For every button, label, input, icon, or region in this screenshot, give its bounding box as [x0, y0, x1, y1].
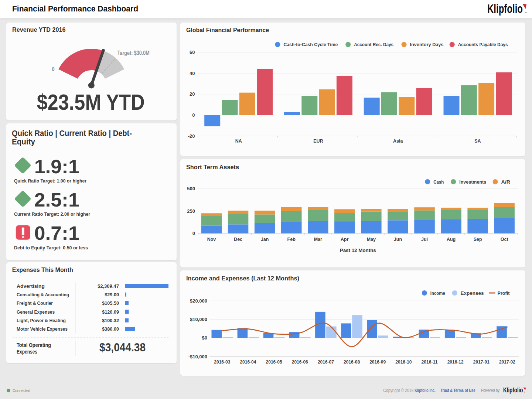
svg-text:Klipfolio: Klipfolio [503, 386, 523, 394]
svg-text:Apr: Apr [341, 236, 349, 242]
svg-text:2017-01: 2017-01 [473, 359, 490, 365]
svg-text:Global Financial Performance: Global Financial Performance [186, 27, 269, 33]
svg-text:Jan: Jan [261, 236, 269, 242]
svg-text:$120.09: $120.09 [102, 309, 119, 315]
svg-text:Current Ratio Target: 2.00 or: Current Ratio Target: 2.00 or higher [14, 211, 91, 217]
svg-text:Cash: Cash [433, 179, 444, 184]
svg-text:2016-04: 2016-04 [240, 359, 256, 365]
svg-text:Short Term Assets: Short Term Assets [186, 164, 239, 170]
svg-text:250: 250 [187, 208, 195, 214]
svg-text:EUR: EUR [313, 139, 323, 144]
svg-text:2016-08: 2016-08 [344, 359, 360, 365]
svg-text:0: 0 [192, 231, 195, 236]
svg-text:Financial Performance Dashboar: Financial Performance Dashboard [12, 4, 138, 13]
svg-text:Expenses: Expenses [17, 349, 37, 355]
svg-text:2016-09: 2016-09 [369, 359, 386, 365]
svg-text:2016-10: 2016-10 [395, 359, 412, 365]
svg-text:Accounts Payable Days: Accounts Payable Days [458, 42, 508, 47]
svg-text:Trust & Terms of Use: Trust & Terms of Use [441, 388, 475, 393]
svg-text:Nov: Nov [207, 236, 216, 242]
svg-text:Investments: Investments [459, 179, 486, 184]
svg-text:Feb: Feb [287, 236, 296, 242]
svg-text:2016-12: 2016-12 [447, 359, 464, 365]
svg-text:Profit: Profit [498, 290, 510, 296]
svg-text:0: 0 [52, 66, 55, 72]
svg-text:Quick Ratio Target: 1.00 or hi: Quick Ratio Target: 1.00 or higher [14, 178, 87, 183]
svg-text:Aug: Aug [447, 236, 456, 242]
svg-text:Sep: Sep [474, 236, 482, 242]
svg-text:500: 500 [187, 186, 195, 191]
svg-text:Jul: Jul [421, 236, 428, 242]
svg-text:May: May [367, 236, 376, 242]
svg-text:Motor Vehicle Expenses: Motor Vehicle Expenses [17, 326, 68, 332]
svg-text:NA: NA [235, 139, 242, 144]
svg-text:Account Rec. Days: Account Rec. Days [354, 42, 393, 47]
svg-text:Income and Expenses (Last 12 M: Income and Expenses (Last 12 Months) [186, 275, 299, 282]
svg-text:Connected: Connected [13, 388, 30, 393]
svg-text:Target: $30.0M: Target: $30.0M [117, 50, 150, 56]
svg-text:Jun: Jun [394, 236, 402, 242]
svg-text:Powered by: Powered by [481, 388, 500, 393]
svg-text:2.5:1: 2.5:1 [34, 190, 79, 211]
svg-text:$10,000: $10,000 [190, 317, 207, 322]
svg-text:Quick Ratio | Current Ratio |: Quick Ratio | Current Ratio | Debt- [12, 129, 132, 138]
svg-text:Copyright © 2018: Copyright © 2018 [383, 388, 413, 393]
svg-text:Expenses This Month: Expenses This Month [12, 266, 73, 273]
svg-text:$100.32: $100.32 [102, 318, 119, 323]
svg-text:Expenses: Expenses [461, 290, 484, 296]
svg-text:Revenue YTD 2016: Revenue YTD 2016 [12, 26, 66, 33]
svg-text:Debt to Equity Target: 0.50 or: Debt to Equity Target: 0.50 or less [14, 245, 88, 250]
svg-text:$380.00: $380.00 [102, 326, 119, 332]
svg-text:-20: -20 [188, 133, 195, 139]
svg-text:0.7:1: 0.7:1 [34, 223, 79, 244]
svg-text:Income: Income [430, 290, 445, 296]
svg-text:2016-03: 2016-03 [214, 359, 230, 365]
svg-text:A/R: A/R [501, 179, 511, 184]
svg-text:Klipfolio: Klipfolio [487, 2, 523, 16]
svg-text:2016-07: 2016-07 [318, 359, 334, 365]
svg-text:General Expenses: General Expenses [17, 309, 55, 315]
svg-text:$0: $0 [202, 335, 207, 341]
svg-text:Cash-to-Cash Cycle Time: Cash-to-Cash Cycle Time [283, 42, 338, 47]
svg-text:40: 40 [190, 71, 195, 76]
svg-text:Equity: Equity [12, 137, 35, 146]
svg-text:Freight & Courier: Freight & Courier [17, 300, 53, 306]
svg-text:Dec: Dec [234, 236, 242, 242]
svg-text:Mar: Mar [314, 236, 322, 242]
svg-text:Total Operating: Total Operating [17, 342, 51, 348]
svg-text:Light, Power & Heating: Light, Power & Heating [17, 318, 66, 323]
svg-text:-$10,000: -$10,000 [188, 354, 207, 359]
svg-text:$29.00: $29.00 [105, 292, 119, 297]
svg-text:2016-11: 2016-11 [422, 359, 438, 365]
svg-text:$2,309.47: $2,309.47 [98, 283, 119, 289]
svg-text:Klipfolio Inc.: Klipfolio Inc. [415, 388, 436, 393]
svg-text:1.9:1: 1.9:1 [34, 156, 79, 177]
svg-text:0: 0 [192, 112, 195, 118]
svg-text:Asia: Asia [393, 139, 403, 144]
svg-text:Advertising: Advertising [17, 283, 45, 289]
svg-text:20: 20 [190, 91, 195, 97]
svg-text:60: 60 [190, 50, 195, 55]
svg-text:$23.5M YTD: $23.5M YTD [37, 90, 145, 115]
svg-text:2016-05: 2016-05 [266, 359, 282, 365]
svg-text:Inventory Days: Inventory Days [410, 42, 444, 47]
svg-text:2017-02: 2017-02 [499, 359, 515, 365]
svg-text:Consulting & Accounting: Consulting & Accounting [17, 292, 69, 297]
svg-text:$20,000: $20,000 [190, 298, 207, 303]
svg-text:Oct: Oct [501, 236, 509, 242]
svg-text:$105.50: $105.50 [102, 300, 119, 306]
svg-text:$3,044.38: $3,044.38 [99, 341, 146, 354]
svg-text:2016-06: 2016-06 [292, 359, 308, 365]
svg-text:Past 12 Months: Past 12 Months [340, 247, 376, 253]
svg-text:SA: SA [474, 139, 481, 144]
